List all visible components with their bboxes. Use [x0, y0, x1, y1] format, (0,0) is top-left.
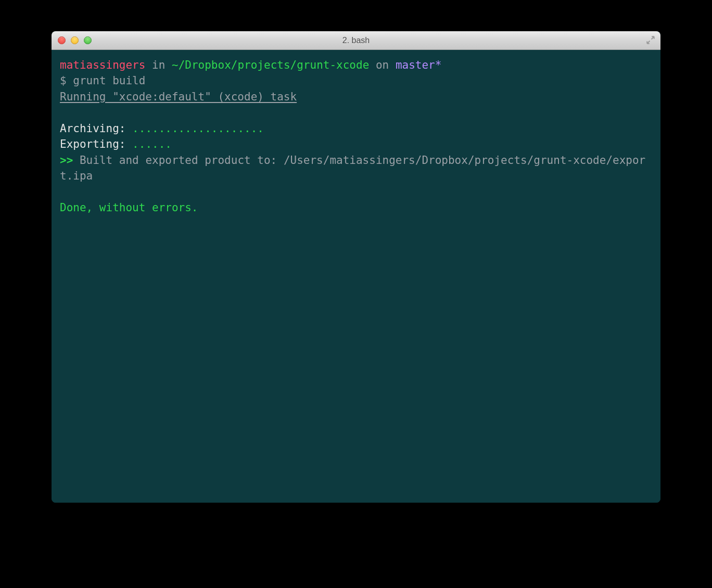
blank-line — [60, 184, 652, 200]
done-message: Done, without errors. — [60, 201, 198, 214]
archiving-line: Archiving: .................... — [60, 121, 652, 136]
output-arrow: >> — [60, 154, 73, 167]
minimize-button[interactable] — [71, 36, 79, 44]
prompt-on: on — [376, 59, 389, 71]
prompt-symbol: $ — [60, 74, 67, 87]
exporting-label: Exporting: — [60, 138, 125, 150]
built-message: Built and exported product to: /Users/ma… — [60, 154, 645, 182]
prompt-branch: master* — [396, 59, 442, 71]
exporting-line: Exporting: ...... — [60, 136, 652, 152]
window-titlebar[interactable]: 2. bash — [52, 31, 660, 50]
running-task-line: Running "xcode:default" (xcode) task — [60, 89, 652, 105]
prompt-line: matiassingers in ~/Dropbox/projects/grun… — [60, 57, 652, 73]
zoom-button[interactable] — [84, 36, 92, 44]
window-controls — [58, 36, 92, 44]
command-line: $ grunt build — [60, 73, 652, 88]
command-text: grunt build — [73, 74, 145, 87]
close-button[interactable] — [58, 36, 66, 44]
done-line: Done, without errors. — [60, 200, 652, 215]
built-line: >> Built and exported product to: /Users… — [60, 152, 652, 184]
running-task-text: Running "xcode:default" (xcode) task — [60, 91, 297, 103]
window-title: 2. bash — [57, 36, 655, 45]
prompt-in: in — [152, 59, 165, 71]
archiving-progress: .................... — [132, 122, 264, 135]
terminal-window: 2. bash matiassingers in ~/Dropbox/proje… — [52, 31, 660, 503]
blank-line — [60, 105, 652, 120]
prompt-path: ~/Dropbox/projects/grunt-xcode — [172, 59, 369, 71]
exporting-progress: ...... — [132, 138, 172, 150]
archiving-label: Archiving: — [60, 122, 125, 135]
fullscreen-icon[interactable] — [646, 35, 655, 45]
prompt-user: matiassingers — [60, 59, 145, 71]
terminal-content[interactable]: matiassingers in ~/Dropbox/projects/grun… — [52, 50, 660, 503]
